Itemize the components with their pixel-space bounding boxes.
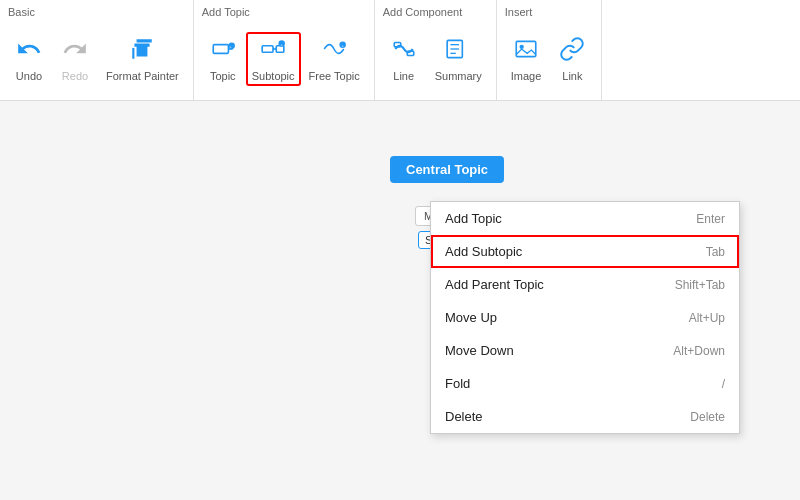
svg-rect-0 — [133, 48, 135, 59]
line-label: Line — [393, 70, 414, 82]
group-label-add-topic: Add Topic — [202, 6, 250, 18]
image-label: Image — [511, 70, 542, 82]
svg-rect-5 — [262, 46, 273, 53]
summary-label: Summary — [435, 70, 482, 82]
canvas-area: Central Topic Main Sub Add Topic Enter A… — [0, 101, 800, 500]
toolbar-group-insert: Insert Image — [497, 0, 603, 100]
format-painter-button[interactable]: Format Painter — [100, 32, 185, 86]
context-menu-fold[interactable]: Fold / — [431, 367, 739, 400]
subtopic-icon: + — [260, 36, 286, 66]
toolbar-group-basic: Basic Undo Redo Format Paint — [0, 0, 194, 100]
image-icon — [513, 36, 539, 66]
link-label: Link — [562, 70, 582, 82]
image-button[interactable]: Image — [505, 32, 548, 86]
redo-label: Redo — [62, 70, 88, 82]
context-add-topic-label: Add Topic — [445, 211, 502, 226]
context-menu-move-down[interactable]: Move Down Alt+Down — [431, 334, 739, 367]
link-button[interactable]: Link — [551, 32, 593, 86]
group-label-add-component: Add Component — [383, 6, 463, 18]
subtopic-button[interactable]: + Subtopic — [246, 32, 301, 86]
add-topic-items: + Topic + Subtopic — [202, 22, 366, 96]
svg-rect-1 — [213, 45, 228, 54]
svg-rect-13 — [407, 51, 414, 55]
central-topic-node[interactable]: Central Topic — [390, 156, 504, 183]
topic-label: Topic — [210, 70, 236, 82]
undo-icon — [16, 36, 42, 66]
context-move-down-shortcut: Alt+Down — [673, 344, 725, 358]
context-menu-add-topic[interactable]: Add Topic Enter — [431, 202, 739, 235]
free-topic-icon: + — [321, 36, 347, 66]
format-painter-icon — [129, 36, 155, 66]
redo-icon — [62, 36, 88, 66]
summary-button[interactable]: Summary — [429, 32, 488, 86]
context-menu: Add Topic Enter Add Subtopic Tab Add Par… — [430, 201, 740, 434]
context-menu-add-subtopic[interactable]: Add Subtopic Tab — [431, 235, 739, 268]
svg-rect-12 — [394, 43, 401, 47]
insert-items: Image Link — [505, 22, 594, 96]
toolbar-group-add-component: Add Component Line — [375, 0, 497, 100]
group-label-insert: Insert — [505, 6, 533, 18]
line-button[interactable]: Line — [383, 32, 425, 86]
context-move-up-shortcut: Alt+Up — [689, 311, 725, 325]
redo-button[interactable]: Redo — [54, 32, 96, 86]
context-move-up-label: Move Up — [445, 310, 497, 325]
free-topic-label: Free Topic — [309, 70, 360, 82]
basic-items: Undo Redo Format Painter — [8, 22, 185, 96]
context-menu-delete[interactable]: Delete Delete — [431, 400, 739, 433]
free-topic-button[interactable]: + Free Topic — [303, 32, 366, 86]
context-fold-shortcut: / — [722, 377, 725, 391]
context-add-parent-shortcut: Shift+Tab — [675, 278, 725, 292]
context-delete-label: Delete — [445, 409, 483, 424]
context-add-parent-label: Add Parent Topic — [445, 277, 544, 292]
context-menu-add-parent-topic[interactable]: Add Parent Topic Shift+Tab — [431, 268, 739, 301]
undo-button[interactable]: Undo — [8, 32, 50, 86]
add-component-items: Line Summary — [383, 22, 488, 96]
context-move-down-label: Move Down — [445, 343, 514, 358]
summary-icon — [445, 36, 471, 66]
toolbar-group-add-topic: Add Topic + Topic + — [194, 0, 375, 100]
context-add-topic-shortcut: Enter — [696, 212, 725, 226]
context-add-subtopic-label: Add Subtopic — [445, 244, 522, 259]
group-label-basic: Basic — [8, 6, 35, 18]
context-menu-move-up[interactable]: Move Up Alt+Up — [431, 301, 739, 334]
context-add-subtopic-shortcut: Tab — [706, 245, 725, 259]
format-painter-label: Format Painter — [106, 70, 179, 82]
line-icon — [391, 36, 417, 66]
svg-rect-18 — [516, 41, 536, 56]
context-fold-label: Fold — [445, 376, 470, 391]
topic-icon: + — [210, 36, 236, 66]
toolbar: Basic Undo Redo Format Paint — [0, 0, 800, 101]
context-delete-shortcut: Delete — [690, 410, 725, 424]
subtopic-label: Subtopic — [252, 70, 295, 82]
link-icon — [559, 36, 585, 66]
topic-button[interactable]: + Topic — [202, 32, 244, 86]
central-topic-label: Central Topic — [406, 162, 488, 177]
undo-label: Undo — [16, 70, 42, 82]
